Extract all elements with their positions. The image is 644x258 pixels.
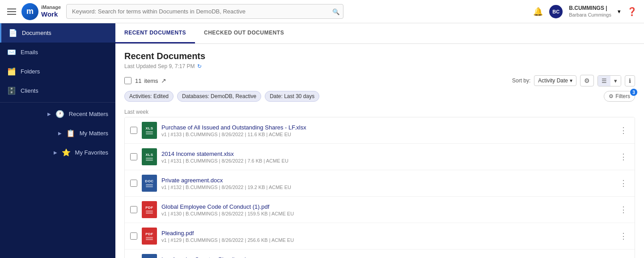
main-layout: 📄 Documents ✉️ Emails 🗂️ Folders 🗄️ Clie… [0, 23, 644, 258]
emails-icon: ✉️ [7, 48, 16, 56]
more-options-button[interactable]: ⋮ [618, 256, 629, 258]
my-favorites-icon: ⭐ [62, 148, 71, 157]
view-toggle: ☰ ▾ [597, 75, 621, 86]
search-bar: 🔍 [66, 4, 343, 19]
sidebar-item-my-matters[interactable]: ▶ 📋 My Matters [0, 124, 115, 143]
topbar: m iManage Work 🔍 🔔 BC B.CUMMINGS | Barba… [0, 0, 644, 23]
filter-button[interactable]: ⚙ [580, 75, 594, 86]
chevron-right-icon: ▶ [47, 112, 51, 116]
chevron-right-icon: ▶ [58, 131, 62, 136]
doc-meta-text: v1 | #130 | B.CUMMINGS | 8/26/2022 | 159… [161, 211, 294, 216]
page-content: Recent Documents Last Updated Sep 9, 7:1… [115, 44, 644, 258]
grid-view-button[interactable]: ▾ [610, 76, 621, 86]
logo: m iManage Work [21, 3, 61, 20]
doc-meta-text: v1 | #129 | B.CUMMINGS | 8/26/2022 | 256… [161, 237, 294, 243]
sidebar-item-label: My Favorites [75, 149, 108, 156]
table-row: DOC Private agreement.docx v1 | #132 | B… [125, 170, 635, 197]
table-row: XLS 2014 Income statement.xlsx v1 | #131… [125, 144, 635, 170]
file-icon-xlsx: XLS [142, 122, 157, 139]
search-button[interactable]: 🔍 [332, 8, 340, 15]
username: B.CUMMINGS | [569, 5, 611, 12]
recent-matters-icon: 🕐 [55, 110, 64, 118]
table-row: XLS Purchase of All Issued and Outstandi… [125, 117, 635, 144]
toolbar: 11 items ↗ Sort by: Activity Date ▾ ⚙ ☰ … [124, 75, 635, 86]
more-options-button[interactable]: ⋮ [618, 176, 629, 190]
sort-by-label: Sort by: [512, 77, 530, 84]
menu-toggle[interactable] [7, 9, 16, 15]
filters-icon: ⚙ [609, 93, 614, 99]
filters-button[interactable]: ⚙ Filters 3 [604, 91, 635, 102]
clients-icon: 🗄️ [7, 86, 16, 95]
notifications-icon[interactable]: 🔔 [533, 7, 543, 17]
document-name[interactable]: Global Employee Code of Conduct (1).pdf [161, 203, 613, 210]
document-meta: v1 | #132 | B.CUMMINGS | 8/26/2022 | 19.… [161, 185, 613, 190]
filter-chip-databases[interactable]: Databases: DemoDB, Reactive [177, 91, 261, 102]
document-name[interactable]: Private agreement.docx [161, 177, 613, 184]
file-icon-pdf: PDF [142, 201, 157, 218]
export-icon[interactable]: ↗ [161, 77, 166, 84]
table-row: DOC Los Angeles County - Pleading.docx v… [125, 249, 635, 258]
sidebar-item-clients[interactable]: 🗄️ Clients [0, 81, 115, 100]
sidebar-item-label: My Matters [80, 130, 108, 137]
list-view-button[interactable]: ☰ [598, 76, 610, 86]
topbar-right: 🔔 BC B.CUMMINGS | Barbara Cummings ▾ ❓ [533, 5, 637, 18]
more-options-button[interactable]: ⋮ [618, 150, 629, 163]
sidebar-item-my-favorites[interactable]: ▶ ⭐ My Favorites [0, 143, 115, 162]
row-checkbox[interactable] [130, 180, 137, 187]
document-list: XLS Purchase of All Issued and Outstandi… [124, 117, 635, 258]
items-count-number: 11 [135, 77, 141, 84]
row-checkbox[interactable] [130, 153, 137, 160]
help-icon[interactable]: ❓ [627, 7, 637, 17]
tabs-bar: RECENT DOCUMENTS CHECKED OUT DOCUMENTS [115, 23, 644, 44]
row-checkbox[interactable] [130, 127, 137, 134]
document-name[interactable]: Purchase of All Issued and Outstanding S… [161, 124, 613, 131]
sidebar-item-folders[interactable]: 🗂️ Folders [0, 62, 115, 81]
document-meta: v1 | #133 | B.CUMMINGS | 8/26/2022 | 11.… [161, 132, 613, 137]
filter-chip-activities[interactable]: Activities: Edited [124, 91, 174, 102]
file-icon-docx: DOC [142, 175, 157, 192]
sidebar-item-documents[interactable]: 📄 Documents [0, 23, 115, 43]
filter-chips: Activities: Edited Databases: DemoDB, Re… [124, 91, 635, 102]
more-options-button[interactable]: ⋮ [618, 203, 629, 216]
my-matters-icon: 📋 [66, 129, 75, 138]
avatar[interactable]: BC [549, 5, 563, 18]
content-area: RECENT DOCUMENTS CHECKED OUT DOCUMENTS R… [115, 23, 644, 258]
sort-value: Activity Date [538, 77, 568, 84]
select-all-checkbox[interactable] [124, 77, 131, 84]
search-input[interactable] [66, 4, 343, 19]
brand-top: iManage [41, 4, 61, 10]
fullname: Barbara Cummings [569, 12, 611, 18]
sidebar-item-emails[interactable]: ✉️ Emails [0, 43, 115, 62]
document-name[interactable]: Los Angeles County - Pleading.docx [161, 256, 613, 258]
filter-chip-date[interactable]: Date: Last 30 days [265, 91, 319, 102]
filters-badge: 3 [630, 89, 637, 96]
folders-icon: 🗂️ [7, 67, 16, 76]
refresh-icon[interactable]: ↻ [197, 63, 202, 69]
sidebar-item-recent-matters[interactable]: ▶ 🕐 Recent Matters [0, 104, 115, 124]
sidebar-item-label: Clients [21, 87, 38, 94]
doc-meta-text: v1 | #133 | B.CUMMINGS | 8/26/2022 | 11.… [161, 132, 291, 137]
row-checkbox[interactable] [130, 232, 137, 240]
logo-icon: m [21, 3, 38, 20]
tab-checked-out-documents[interactable]: CHECKED OUT DOCUMENTS [195, 23, 293, 43]
more-options-button[interactable]: ⋮ [618, 124, 629, 137]
page-title: Recent Documents [124, 51, 635, 61]
table-row: PDF Global Employee Code of Conduct (1).… [125, 197, 635, 223]
info-button[interactable]: ℹ [625, 75, 635, 86]
doc-meta-text: v1 | #131 | B.CUMMINGS | 8/26/2022 | 7.6… [161, 158, 288, 163]
user-menu-chevron[interactable]: ▾ [618, 8, 621, 15]
file-icon-pdf: PDF [142, 228, 157, 245]
documents-icon: 📄 [8, 29, 17, 37]
row-checkbox[interactable] [130, 206, 137, 213]
table-row: PDF Pleading.pdf v1 | #129 | B.CUMMINGS … [125, 223, 635, 249]
doc-meta-text: v1 | #132 | B.CUMMINGS | 8/26/2022 | 19.… [161, 185, 291, 190]
filters-label: Filters [615, 93, 630, 99]
items-label: items [144, 77, 158, 84]
more-options-button[interactable]: ⋮ [618, 229, 629, 243]
tab-recent-documents[interactable]: RECENT DOCUMENTS [115, 23, 195, 43]
sidebar-item-label: Folders [21, 68, 40, 75]
sort-select[interactable]: Activity Date ▾ [534, 75, 576, 86]
document-name[interactable]: 2014 Income statement.xlsx [161, 150, 613, 157]
sidebar-item-label: Recent Matters [69, 111, 108, 117]
document-name[interactable]: Pleading.pdf [161, 230, 613, 236]
